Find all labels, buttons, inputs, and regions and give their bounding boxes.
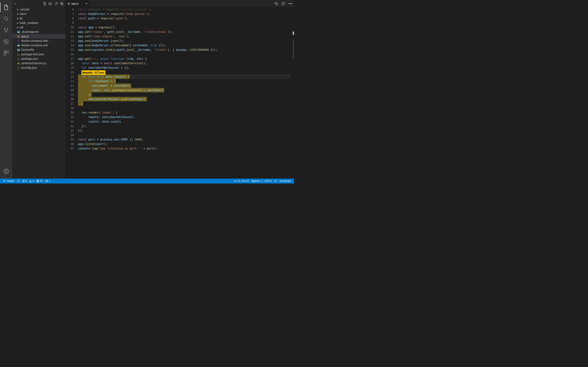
json-file-icon: { } [17, 67, 19, 69]
language-mode[interactable]: JavaScript [278, 180, 292, 183]
svg-point-22 [47, 180, 48, 181]
svg-point-18 [37, 181, 38, 181]
activity-search-icon[interactable] [1, 14, 11, 24]
file-row[interactable]: JSapp.js [12, 34, 65, 39]
close-icon[interactable]: ✕ [85, 2, 87, 5]
svg-point-21 [46, 180, 47, 181]
file-label: package-lock.json [21, 53, 44, 56]
tab-app-js[interactable]: JS app.js ✕ [65, 0, 90, 7]
file-label: sentimentService.js [21, 62, 46, 65]
svg-point-5 [6, 41, 7, 42]
docker-icon: 🐳 [17, 30, 20, 33]
activity-settings-icon[interactable] [1, 166, 11, 176]
problems[interactable]: 0 0 [21, 179, 35, 184]
tab-bar: JS app.js ✕ ••• [65, 0, 294, 7]
folder-label: client [20, 12, 26, 16]
activity-scm-icon[interactable] [1, 25, 11, 35]
editor-area: JS app.js ✕ ••• 678910111213141516171819… [65, 0, 294, 179]
svg-point-16 [4, 182, 4, 182]
git-branch[interactable]: master [2, 179, 16, 184]
svg-point-19 [37, 180, 39, 182]
js-file-icon: JS [17, 62, 20, 65]
docker-icon: 🐳 [17, 44, 20, 47]
folder-label: lib [20, 17, 22, 20]
file-tree: ▸.vscode▸client▸lib▸node_modules▸util🐳.d… [12, 7, 65, 179]
find-replace-icon[interactable] [275, 2, 278, 6]
more-icon[interactable]: ••• [288, 2, 292, 6]
file-row[interactable]: 🐳docker-compose.yml [12, 43, 65, 48]
svg-rect-6 [4, 51, 6, 53]
chevron-right-icon: ▸ [16, 17, 19, 20]
js-file-icon: JS [17, 35, 20, 38]
new-file-icon[interactable] [43, 2, 46, 5]
line-gutter: 6789101112131415161718192021222324252627… [65, 7, 78, 179]
folder-label: .vscode [20, 8, 29, 11]
svg-point-9 [6, 171, 7, 172]
tab-label: app.js [71, 2, 78, 5]
svg-point-0 [4, 17, 8, 20]
folder-row[interactable]: ▸lib [12, 16, 65, 21]
docker-icon: 🐳 [17, 48, 20, 51]
split-editor-icon[interactable] [282, 2, 285, 6]
svg-point-2 [7, 28, 8, 29]
editor-body[interactable]: 6789101112131415161718192021222324252627… [65, 7, 294, 179]
sync-icon[interactable] [16, 179, 21, 184]
explorer-title: E… [14, 2, 18, 5]
js-file-icon: JS [67, 2, 70, 5]
file-row[interactable]: JSsentimentService.js [12, 61, 65, 66]
json-file-icon: { } [17, 53, 19, 56]
folder-row[interactable]: ▸client [12, 12, 65, 16]
json-file-icon: { } [17, 58, 19, 60]
svg-rect-8 [4, 53, 6, 55]
indentation[interactable]: Spaces: 2 [250, 180, 263, 183]
collapse-all-icon[interactable] [60, 2, 63, 5]
code-content[interactable]: const session = require('express-session… [78, 7, 290, 179]
file-row[interactable]: 🐳Dockerfile [12, 48, 65, 52]
explorer-sidebar: E… ▸.vscode▸client▸lib▸node_modules▸util… [12, 0, 65, 179]
refresh-icon[interactable] [54, 2, 58, 5]
exclaim-icon: ! [18, 39, 19, 42]
new-folder-icon[interactable] [49, 2, 52, 5]
folder-row[interactable]: ▸.vscode [12, 7, 65, 12]
status-bar: master 0 0 PJ 1 Ln 21, Col 31 Spaces: 2 … [0, 179, 294, 184]
file-label: app.js [21, 35, 29, 38]
participants[interactable]: 1 [44, 179, 52, 184]
folder-label: util [20, 26, 23, 29]
cursor-position[interactable]: Ln 21, Col 31 [233, 180, 250, 183]
chevron-right-icon: ▸ [16, 21, 19, 25]
file-label: .dockerignore [21, 30, 39, 33]
live-share[interactable]: PJ [35, 179, 44, 184]
file-label: package.json [21, 57, 38, 60]
file-row[interactable]: { }package.json [12, 57, 65, 61]
chevron-right-icon: ▸ [16, 12, 19, 16]
blame-label: Amanda Silver [81, 70, 105, 75]
svg-rect-10 [61, 2, 62, 4]
activity-files-icon[interactable] [1, 2, 11, 12]
folder-label: node_modules [20, 21, 38, 25]
activity-bar [0, 0, 12, 179]
file-row[interactable]: { }tsconfig.json [12, 66, 65, 70]
file-row[interactable]: { }package-lock.json [12, 52, 65, 57]
encoding[interactable]: UTF-8 [263, 180, 273, 183]
chevron-right-icon: ▸ [16, 8, 19, 11]
chevron-right-icon: ▸ [16, 26, 19, 29]
file-row[interactable]: !docker-compose.deb… [12, 39, 65, 43]
folder-row[interactable]: ▸util [12, 25, 65, 30]
file-row[interactable]: 🐳.dockerignore [12, 30, 65, 34]
activity-extensions-icon[interactable] [1, 48, 11, 58]
activity-debug-icon[interactable] [1, 37, 11, 47]
file-label: docker-compose.yml [21, 44, 48, 47]
svg-point-1 [4, 28, 5, 29]
explorer-header: E… [12, 0, 65, 7]
folder-row[interactable]: ▸node_modules [12, 21, 65, 25]
eol[interactable]: LF [273, 180, 278, 183]
minimap[interactable] [290, 7, 294, 179]
svg-point-14 [4, 180, 4, 180]
svg-rect-7 [6, 51, 8, 53]
file-label: docker-compose.deb… [21, 39, 51, 42]
file-label: tsconfig.json [21, 66, 37, 69]
file-label: Dockerfile [21, 48, 34, 51]
